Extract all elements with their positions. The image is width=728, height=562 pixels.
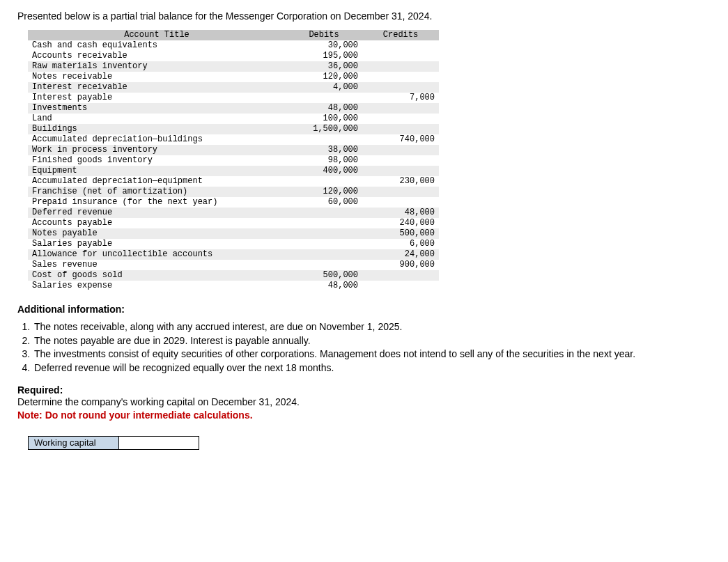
debit-cell: 400,000 bbox=[286, 166, 362, 176]
debit-cell bbox=[286, 208, 362, 218]
account-title-cell: Land bbox=[28, 114, 286, 124]
account-title-cell: Cash and cash equivalents bbox=[28, 40, 286, 51]
table-row: Sales revenue900,000 bbox=[28, 260, 439, 270]
account-title-cell: Accumulated depreciation—equipment bbox=[28, 176, 286, 187]
trial-balance-table: Account TitleDebitsCreditsCash and cash … bbox=[28, 30, 439, 291]
intro-text: Presented below is a partial trial balan… bbox=[17, 10, 711, 22]
answer-table: Working capital bbox=[28, 436, 199, 450]
account-title-cell: Raw materials inventory bbox=[28, 61, 286, 72]
debit-cell bbox=[286, 218, 362, 228]
credit-cell bbox=[362, 124, 439, 134]
list-item: The notes payable are due in 2029. Inter… bbox=[33, 334, 711, 348]
debit-cell: 38,000 bbox=[286, 145, 362, 155]
working-capital-input[interactable] bbox=[119, 437, 196, 449]
table-row: Work in process inventory38,000 bbox=[28, 145, 439, 155]
table-row: Accounts payable240,000 bbox=[28, 218, 439, 228]
account-title-cell: Accounts receivable bbox=[28, 51, 286, 61]
header-credits: Credits bbox=[362, 30, 439, 40]
account-title-cell: Deferred revenue bbox=[28, 208, 286, 218]
account-title-cell: Franchise (net of amortization) bbox=[28, 187, 286, 197]
table-row: Accounts receivable195,000 bbox=[28, 51, 439, 61]
credit-cell: 900,000 bbox=[362, 260, 439, 270]
table-row: Interest payable7,000 bbox=[28, 93, 439, 103]
list-item: The investments consist of equity securi… bbox=[33, 348, 711, 361]
credit-cell bbox=[362, 166, 439, 176]
debit-cell: 30,000 bbox=[286, 40, 362, 51]
required-text: Determine the company's working capital … bbox=[17, 396, 711, 409]
debit-cell bbox=[286, 176, 362, 187]
additional-info-list: The notes receivable, along with any acc… bbox=[33, 320, 711, 375]
credit-cell bbox=[362, 281, 439, 291]
table-row: Cost of goods sold500,000 bbox=[28, 270, 439, 281]
debit-cell: 500,000 bbox=[286, 270, 362, 281]
credit-cell bbox=[362, 187, 439, 197]
working-capital-label: Working capital bbox=[29, 436, 119, 449]
debit-cell: 36,000 bbox=[286, 61, 362, 72]
table-row: Investments48,000 bbox=[28, 103, 439, 114]
table-row: Land100,000 bbox=[28, 114, 439, 124]
credit-cell bbox=[362, 103, 439, 114]
credit-cell: 6,000 bbox=[362, 239, 439, 249]
debit-cell: 120,000 bbox=[286, 72, 362, 82]
table-row: Allowance for uncollectible accounts24,0… bbox=[28, 249, 439, 260]
account-title-cell: Allowance for uncollectible accounts bbox=[28, 249, 286, 260]
account-title-cell: Sales revenue bbox=[28, 260, 286, 270]
debit-cell bbox=[286, 260, 362, 270]
credit-cell bbox=[362, 61, 439, 72]
account-title-cell: Finished goods inventory bbox=[28, 155, 286, 166]
account-title-cell: Accounts payable bbox=[28, 218, 286, 228]
credit-cell: 48,000 bbox=[362, 208, 439, 218]
debit-cell: 120,000 bbox=[286, 187, 362, 197]
debit-cell: 195,000 bbox=[286, 51, 362, 61]
debit-cell: 48,000 bbox=[286, 103, 362, 114]
debit-cell: 1,500,000 bbox=[286, 124, 362, 134]
table-row: Deferred revenue48,000 bbox=[28, 208, 439, 218]
table-row: Accumulated depreciation—equipment230,00… bbox=[28, 176, 439, 187]
credit-cell bbox=[362, 155, 439, 166]
list-item: The notes receivable, along with any acc… bbox=[33, 320, 711, 334]
table-row: Raw materials inventory36,000 bbox=[28, 61, 439, 72]
account-title-cell: Interest payable bbox=[28, 93, 286, 103]
table-row: Equipment400,000 bbox=[28, 166, 439, 176]
table-row: Accumulated depreciation—buildings740,00… bbox=[28, 134, 439, 145]
credit-cell: 500,000 bbox=[362, 228, 439, 239]
table-row: Interest receivable4,000 bbox=[28, 82, 439, 93]
debit-cell bbox=[286, 228, 362, 239]
credit-cell bbox=[362, 114, 439, 124]
account-title-cell: Notes receivable bbox=[28, 72, 286, 82]
header-debits: Debits bbox=[286, 30, 362, 40]
account-title-cell: Accumulated depreciation—buildings bbox=[28, 134, 286, 145]
table-row: Notes receivable120,000 bbox=[28, 72, 439, 82]
account-title-cell: Buildings bbox=[28, 124, 286, 134]
list-item: Deferred revenue will be recognized equa… bbox=[33, 361, 711, 375]
table-row: Franchise (net of amortization)120,000 bbox=[28, 187, 439, 197]
header-account-title: Account Title bbox=[28, 30, 286, 40]
account-title-cell: Salaries expense bbox=[28, 281, 286, 291]
table-row: Prepaid insurance (for the next year)60,… bbox=[28, 197, 439, 208]
account-title-cell: Investments bbox=[28, 103, 286, 114]
debit-cell bbox=[286, 93, 362, 103]
debit-cell: 98,000 bbox=[286, 155, 362, 166]
credit-cell: 240,000 bbox=[362, 218, 439, 228]
additional-info-heading: Additional information: bbox=[17, 304, 711, 315]
table-row: Cash and cash equivalents30,000 bbox=[28, 40, 439, 51]
debit-cell bbox=[286, 239, 362, 249]
debit-cell: 100,000 bbox=[286, 114, 362, 124]
credit-cell: 230,000 bbox=[362, 176, 439, 187]
credit-cell bbox=[362, 197, 439, 208]
table-row: Notes payable500,000 bbox=[28, 228, 439, 239]
credit-cell: 24,000 bbox=[362, 249, 439, 260]
table-row: Buildings1,500,000 bbox=[28, 124, 439, 134]
debit-cell: 4,000 bbox=[286, 82, 362, 93]
credit-cell: 7,000 bbox=[362, 93, 439, 103]
required-heading: Required: bbox=[17, 384, 711, 396]
table-row: Finished goods inventory98,000 bbox=[28, 155, 439, 166]
debit-cell: 48,000 bbox=[286, 281, 362, 291]
table-header-row: Account TitleDebitsCredits bbox=[28, 30, 439, 40]
working-capital-cell bbox=[119, 436, 199, 449]
account-title-cell: Interest receivable bbox=[28, 82, 286, 93]
credit-cell: 740,000 bbox=[362, 134, 439, 145]
debit-cell bbox=[286, 249, 362, 260]
debit-cell bbox=[286, 134, 362, 145]
account-title-cell: Equipment bbox=[28, 166, 286, 176]
